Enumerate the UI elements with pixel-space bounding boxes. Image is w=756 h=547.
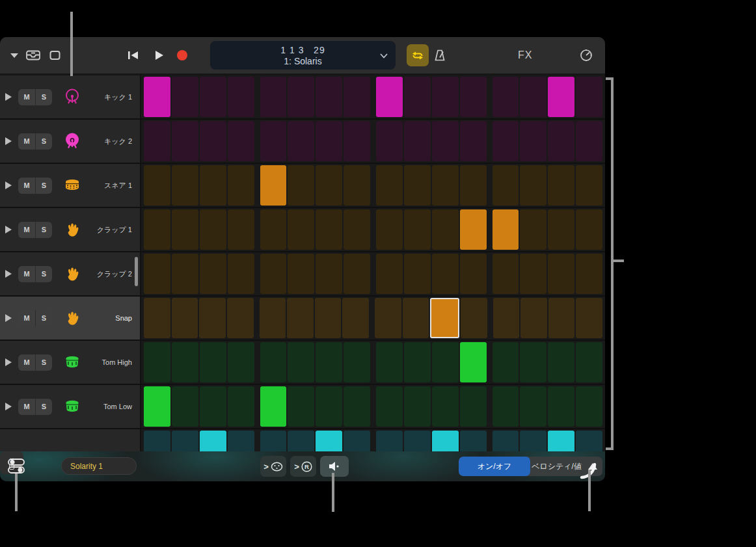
track-header[interactable]: MSスネア 1 — [0, 164, 140, 207]
step-cell-2[interactable] — [172, 77, 198, 117]
step-cell-8[interactable] — [344, 254, 370, 294]
track-header[interactable]: MSキック 2 — [0, 120, 140, 163]
track-header[interactable]: MSクラップ 2 — [0, 252, 140, 295]
step-cell-5[interactable] — [260, 209, 287, 250]
step-cell-14[interactable] — [520, 77, 547, 117]
step-cell-2[interactable] — [172, 209, 198, 250]
rewind-icon[interactable] — [128, 51, 139, 60]
step-cell-10[interactable] — [404, 77, 431, 117]
step-cell-8[interactable] — [344, 342, 370, 382]
step-cell-9[interactable] — [376, 254, 403, 294]
step-cell-16[interactable] — [576, 209, 602, 250]
step-cell-4[interactable] — [228, 165, 254, 206]
step-cell-13[interactable] — [493, 386, 519, 427]
step-cell-2[interactable] — [172, 165, 198, 206]
step-cell-15[interactable] — [548, 121, 574, 161]
settings-gear-icon[interactable] — [579, 48, 593, 62]
mute-button[interactable]: M — [18, 89, 35, 105]
step-cell-13[interactable] — [493, 77, 519, 117]
mute-button[interactable]: M — [18, 222, 35, 238]
row-preview-play-button[interactable] — [5, 93, 14, 101]
step-cell-3[interactable] — [200, 386, 226, 427]
step-cell-5[interactable] — [260, 121, 287, 161]
step-cell-8[interactable] — [344, 121, 370, 161]
step-cell-5[interactable] — [260, 298, 286, 338]
step-cell-11[interactable] — [432, 254, 459, 294]
step-cell-3[interactable] — [200, 209, 226, 250]
step-cell-6[interactable] — [288, 121, 314, 161]
step-cell-1[interactable] — [144, 165, 170, 206]
play-button[interactable] — [155, 51, 164, 60]
record-button[interactable] — [177, 50, 187, 60]
step-cell-4[interactable] — [228, 77, 254, 117]
step-cell-1[interactable] — [144, 77, 170, 117]
step-cell-7[interactable] — [316, 254, 342, 294]
lcd-chevron-icon[interactable] — [380, 49, 388, 61]
step-cell-14[interactable] — [520, 298, 547, 338]
step-cell-14[interactable] — [520, 209, 547, 250]
step-cell-15[interactable] — [548, 342, 574, 382]
step-cell-11[interactable] — [432, 209, 459, 250]
step-cell-7[interactable] — [316, 342, 342, 382]
step-cell-12[interactable] — [460, 342, 487, 382]
step-cell-14[interactable] — [520, 254, 547, 294]
step-cell-10[interactable] — [404, 254, 431, 294]
step-cell-12[interactable] — [460, 209, 487, 250]
step-cell-6[interactable] — [288, 254, 314, 294]
step-cell-7[interactable] — [316, 165, 342, 206]
step-cell-1[interactable] — [144, 342, 170, 382]
track-header[interactable]: MSSnap — [0, 297, 140, 340]
step-cell-10[interactable] — [403, 298, 429, 338]
step-cell-12[interactable] — [461, 298, 487, 338]
row-preview-play-button[interactable] — [5, 270, 14, 278]
solo-button[interactable]: S — [35, 310, 52, 327]
step-cell-3[interactable] — [200, 77, 226, 117]
step-cell-8[interactable] — [344, 77, 370, 117]
scrollbar-thumb[interactable] — [135, 257, 138, 286]
step-cell-7[interactable] — [316, 209, 342, 250]
step-cell-14[interactable] — [520, 386, 547, 427]
step-cell-2[interactable] — [172, 342, 198, 382]
step-cell-13[interactable] — [493, 342, 519, 382]
step-cell-10[interactable] — [404, 165, 431, 206]
step-cell-6[interactable] — [287, 298, 314, 338]
step-cell-9[interactable] — [376, 121, 403, 161]
row-preview-play-button[interactable] — [5, 314, 14, 322]
step-cell-5[interactable] — [260, 342, 287, 382]
step-cell-12[interactable] — [460, 165, 487, 206]
step-cell-13[interactable] — [493, 209, 519, 250]
track-header[interactable]: MSTom High — [0, 341, 140, 384]
step-cell-15[interactable] — [548, 254, 574, 294]
step-cell-16[interactable] — [576, 342, 602, 382]
step-cell-15[interactable] — [548, 209, 574, 250]
step-cell-8[interactable] — [342, 298, 369, 338]
solo-button[interactable]: S — [35, 222, 52, 238]
step-cell-4[interactable] — [228, 254, 254, 294]
solo-button[interactable]: S — [35, 133, 52, 150]
pattern-name-field[interactable]: Solarity 1 — [61, 457, 137, 475]
step-cell-16[interactable] — [576, 386, 602, 427]
step-cell-5[interactable] — [260, 386, 287, 427]
step-cell-4[interactable] — [228, 342, 254, 382]
step-cell-14[interactable] — [520, 342, 547, 382]
step-cell-8[interactable] — [344, 386, 370, 427]
step-cell-7[interactable] — [316, 77, 342, 117]
step-cell-1[interactable] — [144, 121, 170, 161]
step-cell-15[interactable] — [548, 386, 574, 427]
step-cell-16[interactable] — [576, 298, 602, 338]
step-cell-2[interactable] — [172, 121, 198, 161]
step-cell-9[interactable] — [376, 77, 403, 117]
mute-button[interactable]: M — [18, 178, 35, 194]
step-cell-7[interactable] — [316, 386, 342, 427]
step-cell-6[interactable] — [288, 342, 314, 382]
metronome-icon[interactable] — [433, 49, 446, 62]
track-header[interactable]: MSTom Low — [0, 385, 140, 428]
step-record-button[interactable]: > R — [290, 456, 316, 477]
step-cell-11[interactable] — [432, 77, 459, 117]
step-cell-13[interactable] — [493, 254, 519, 294]
step-cell-13[interactable] — [493, 165, 519, 206]
step-cell-6[interactable] — [288, 209, 314, 250]
step-cell-10[interactable] — [404, 121, 431, 161]
track-header[interactable]: MSキック 1 — [0, 75, 140, 118]
step-cell-10[interactable] — [404, 386, 431, 427]
